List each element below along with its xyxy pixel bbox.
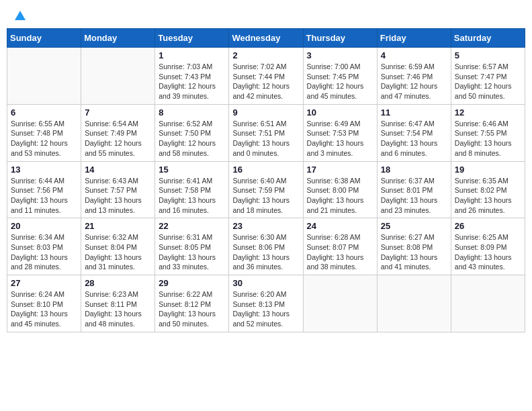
page-header <box>7 7 525 23</box>
day-number: 8 <box>159 107 225 118</box>
calendar-cell: 1Sunrise: 7:03 AMSunset: 7:43 PMDaylight… <box>155 48 229 105</box>
day-number: 18 <box>381 165 447 175</box>
day-number: 25 <box>381 221 447 231</box>
week-row-5: 27Sunrise: 6:24 AMSunset: 8:10 PMDayligh… <box>7 275 525 332</box>
day-info: Sunrise: 6:38 AMSunset: 8:00 PMDaylight:… <box>307 176 373 216</box>
day-number: 9 <box>232 107 299 118</box>
calendar-cell: 11Sunrise: 6:47 AMSunset: 7:54 PMDayligh… <box>377 104 451 161</box>
day-number: 29 <box>159 278 225 288</box>
calendar-cell: 4Sunrise: 6:59 AMSunset: 7:46 PMDaylight… <box>377 48 451 105</box>
logo <box>12 9 27 20</box>
day-info: Sunrise: 6:44 AMSunset: 7:56 PMDaylight:… <box>11 176 77 216</box>
calendar-cell: 30Sunrise: 6:20 AMSunset: 8:13 PMDayligh… <box>229 275 303 332</box>
calendar-cell: 22Sunrise: 6:31 AMSunset: 8:05 PMDayligh… <box>155 218 229 275</box>
day-number: 5 <box>455 50 521 60</box>
calendar-header-tuesday: Tuesday <box>155 29 229 48</box>
calendar-header-thursday: Thursday <box>303 29 377 48</box>
day-info: Sunrise: 6:37 AMSunset: 8:01 PMDaylight:… <box>381 176 447 216</box>
day-info: Sunrise: 6:22 AMSunset: 8:12 PMDaylight:… <box>159 289 225 329</box>
svg-marker-0 <box>15 11 26 20</box>
calendar-cell: 5Sunrise: 6:57 AMSunset: 7:47 PMDaylight… <box>451 48 525 105</box>
calendar-cell <box>303 275 377 332</box>
day-number: 6 <box>11 107 77 118</box>
calendar-header-wednesday: Wednesday <box>229 29 303 48</box>
calendar-cell: 8Sunrise: 6:52 AMSunset: 7:50 PMDaylight… <box>155 104 229 161</box>
day-number: 3 <box>307 50 373 60</box>
day-number: 13 <box>11 165 77 175</box>
calendar-cell: 21Sunrise: 6:32 AMSunset: 8:04 PMDayligh… <box>81 218 155 275</box>
calendar-cell: 14Sunrise: 6:43 AMSunset: 7:57 PMDayligh… <box>81 161 155 218</box>
week-row-4: 20Sunrise: 6:34 AMSunset: 8:03 PMDayligh… <box>7 218 525 275</box>
calendar-cell: 17Sunrise: 6:38 AMSunset: 8:00 PMDayligh… <box>303 161 377 218</box>
day-info: Sunrise: 6:51 AMSunset: 7:51 PMDaylight:… <box>232 119 299 158</box>
day-info: Sunrise: 6:20 AMSunset: 8:13 PMDaylight:… <box>232 289 299 329</box>
calendar-header-sunday: Sunday <box>7 29 81 48</box>
day-number: 10 <box>307 107 373 118</box>
day-number: 27 <box>11 278 77 288</box>
calendar-cell: 15Sunrise: 6:41 AMSunset: 7:58 PMDayligh… <box>155 161 229 218</box>
day-number: 30 <box>232 278 299 288</box>
calendar-cell: 16Sunrise: 6:40 AMSunset: 7:59 PMDayligh… <box>229 161 303 218</box>
day-info: Sunrise: 6:55 AMSunset: 7:48 PMDaylight:… <box>11 119 77 158</box>
calendar-cell: 23Sunrise: 6:30 AMSunset: 8:06 PMDayligh… <box>229 218 303 275</box>
day-number: 1 <box>159 50 225 60</box>
day-info: Sunrise: 6:40 AMSunset: 7:59 PMDaylight:… <box>232 176 299 216</box>
calendar-cell: 12Sunrise: 6:46 AMSunset: 7:55 PMDayligh… <box>451 104 525 161</box>
calendar-header-row: SundayMondayTuesdayWednesdayThursdayFrid… <box>7 29 525 48</box>
day-info: Sunrise: 6:23 AMSunset: 8:11 PMDaylight:… <box>85 289 151 329</box>
calendar-cell: 25Sunrise: 6:27 AMSunset: 8:08 PMDayligh… <box>377 218 451 275</box>
calendar-header-saturday: Saturday <box>451 29 525 48</box>
calendar-cell: 29Sunrise: 6:22 AMSunset: 8:12 PMDayligh… <box>155 275 229 332</box>
calendar-cell: 18Sunrise: 6:37 AMSunset: 8:01 PMDayligh… <box>377 161 451 218</box>
calendar-cell: 3Sunrise: 7:00 AMSunset: 7:45 PMDaylight… <box>303 48 377 105</box>
calendar-cell: 2Sunrise: 7:02 AMSunset: 7:44 PMDaylight… <box>229 48 303 105</box>
calendar-header-friday: Friday <box>377 29 451 48</box>
day-info: Sunrise: 6:46 AMSunset: 7:55 PMDaylight:… <box>455 119 521 158</box>
calendar-cell <box>451 275 525 332</box>
day-number: 16 <box>232 165 299 175</box>
logo-icon <box>13 9 27 23</box>
day-info: Sunrise: 6:32 AMSunset: 8:04 PMDaylight:… <box>85 232 151 272</box>
calendar-cell <box>377 275 451 332</box>
day-number: 2 <box>232 50 299 60</box>
day-number: 7 <box>85 107 151 118</box>
day-info: Sunrise: 6:27 AMSunset: 8:08 PMDaylight:… <box>381 232 447 272</box>
day-number: 12 <box>455 107 521 118</box>
day-number: 19 <box>455 165 521 175</box>
day-info: Sunrise: 7:03 AMSunset: 7:43 PMDaylight:… <box>159 62 225 101</box>
calendar-cell <box>81 48 155 105</box>
calendar-cell: 10Sunrise: 6:49 AMSunset: 7:53 PMDayligh… <box>303 104 377 161</box>
calendar-cell: 9Sunrise: 6:51 AMSunset: 7:51 PMDaylight… <box>229 104 303 161</box>
calendar-cell: 26Sunrise: 6:25 AMSunset: 8:09 PMDayligh… <box>451 218 525 275</box>
day-number: 11 <box>381 107 447 118</box>
calendar-cell: 13Sunrise: 6:44 AMSunset: 7:56 PMDayligh… <box>7 161 81 218</box>
calendar-cell: 6Sunrise: 6:55 AMSunset: 7:48 PMDaylight… <box>7 104 81 161</box>
day-number: 21 <box>85 221 151 231</box>
week-row-1: 1Sunrise: 7:03 AMSunset: 7:43 PMDaylight… <box>7 48 525 105</box>
calendar-cell: 27Sunrise: 6:24 AMSunset: 8:10 PMDayligh… <box>7 275 81 332</box>
day-info: Sunrise: 6:25 AMSunset: 8:09 PMDaylight:… <box>455 232 521 272</box>
day-info: Sunrise: 7:02 AMSunset: 7:44 PMDaylight:… <box>232 62 299 101</box>
day-info: Sunrise: 6:24 AMSunset: 8:10 PMDaylight:… <box>11 289 77 329</box>
day-info: Sunrise: 6:34 AMSunset: 8:03 PMDaylight:… <box>11 232 77 272</box>
day-info: Sunrise: 6:47 AMSunset: 7:54 PMDaylight:… <box>381 119 447 158</box>
day-number: 23 <box>232 221 299 231</box>
week-row-3: 13Sunrise: 6:44 AMSunset: 7:56 PMDayligh… <box>7 161 525 218</box>
day-info: Sunrise: 6:52 AMSunset: 7:50 PMDaylight:… <box>159 119 225 158</box>
day-number: 17 <box>307 165 373 175</box>
day-number: 26 <box>455 221 521 231</box>
day-info: Sunrise: 6:57 AMSunset: 7:47 PMDaylight:… <box>455 62 521 101</box>
day-info: Sunrise: 6:59 AMSunset: 7:46 PMDaylight:… <box>381 62 447 101</box>
calendar-table: SundayMondayTuesdayWednesdayThursdayFrid… <box>7 28 525 332</box>
calendar-cell: 7Sunrise: 6:54 AMSunset: 7:49 PMDaylight… <box>81 104 155 161</box>
calendar-cell <box>7 48 81 105</box>
day-info: Sunrise: 6:30 AMSunset: 8:06 PMDaylight:… <box>232 232 299 272</box>
day-number: 28 <box>85 278 151 288</box>
day-info: Sunrise: 6:41 AMSunset: 7:58 PMDaylight:… <box>159 176 225 216</box>
calendar-cell: 24Sunrise: 6:28 AMSunset: 8:07 PMDayligh… <box>303 218 377 275</box>
day-info: Sunrise: 6:31 AMSunset: 8:05 PMDaylight:… <box>159 232 225 272</box>
day-info: Sunrise: 6:49 AMSunset: 7:53 PMDaylight:… <box>307 119 373 158</box>
calendar-cell: 19Sunrise: 6:35 AMSunset: 8:02 PMDayligh… <box>451 161 525 218</box>
day-number: 4 <box>381 50 447 60</box>
day-number: 20 <box>11 221 77 231</box>
